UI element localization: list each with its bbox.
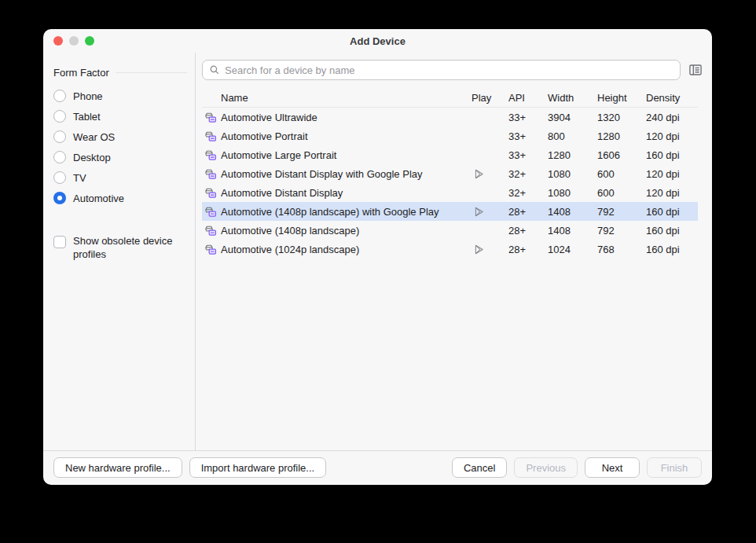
device-name: Automotive Distant Display bbox=[221, 187, 472, 199]
column-header-height[interactable]: Height bbox=[597, 92, 646, 104]
automotive-device-icon bbox=[202, 205, 221, 218]
search-icon bbox=[209, 64, 220, 75]
form-factor-radio-group: PhoneTabletWear OSDesktopTVAutomotive bbox=[53, 86, 195, 208]
device-name: Automotive Ultrawide bbox=[221, 112, 472, 123]
device-api: 33+ bbox=[508, 149, 548, 161]
close-window-button[interactable] bbox=[53, 36, 63, 46]
radio-label: Wear OS bbox=[73, 131, 115, 143]
device-search-input[interactable] bbox=[225, 64, 673, 76]
radio-label: Desktop bbox=[73, 152, 111, 163]
footer-bar: New hardware profile... Import hardware … bbox=[43, 450, 712, 484]
radio-label: Tablet bbox=[73, 111, 101, 123]
table-row[interactable]: Automotive Ultrawide33+39041320240 dpi bbox=[202, 108, 698, 127]
device-width: 1080 bbox=[548, 168, 597, 180]
device-density: 120 dpi bbox=[646, 168, 698, 180]
form-factor-option-desktop[interactable]: Desktop bbox=[53, 147, 195, 167]
new-hardware-profile-button[interactable]: New hardware profile... bbox=[53, 457, 182, 478]
show-obsolete-checkbox-row[interactable]: Show obsolete device profiles bbox=[53, 234, 195, 261]
device-height: 600 bbox=[597, 168, 646, 180]
radio-button-automotive[interactable] bbox=[53, 192, 66, 204]
automotive-device-icon bbox=[202, 186, 221, 199]
table-row[interactable]: Automotive Distant Display with Google P… bbox=[202, 164, 698, 183]
form-factor-option-wear-os[interactable]: Wear OS bbox=[53, 127, 195, 147]
details-pane-icon bbox=[688, 63, 703, 77]
column-header-play[interactable]: Play bbox=[472, 92, 508, 104]
table-header[interactable]: Name Play API Width Height Density bbox=[202, 89, 698, 108]
cancel-button[interactable]: Cancel bbox=[452, 457, 507, 478]
form-factor-option-tablet[interactable]: Tablet bbox=[53, 106, 195, 127]
device-api: 28+ bbox=[508, 244, 548, 255]
radio-button-tv[interactable] bbox=[53, 171, 66, 184]
column-header-name[interactable]: Name bbox=[221, 92, 472, 104]
device-name: Automotive (1024p landscape) bbox=[221, 244, 472, 255]
device-density: 120 dpi bbox=[646, 187, 698, 199]
device-width: 1408 bbox=[548, 206, 597, 218]
device-width: 1408 bbox=[548, 225, 597, 237]
device-width: 1080 bbox=[548, 187, 597, 199]
form-factor-option-tv[interactable]: TV bbox=[53, 167, 195, 188]
device-height: 1320 bbox=[597, 112, 646, 123]
device-width: 3904 bbox=[548, 112, 597, 123]
device-api: 32+ bbox=[508, 168, 548, 180]
table-row[interactable]: Automotive Large Portrait33+12801606160 … bbox=[202, 145, 698, 164]
zoom-window-button[interactable] bbox=[85, 36, 94, 46]
table-row[interactable]: Automotive Portrait33+8001280120 dpi bbox=[202, 127, 698, 145]
finish-button: Finish bbox=[647, 457, 702, 478]
device-density: 120 dpi bbox=[646, 130, 698, 142]
column-header-width[interactable]: Width bbox=[548, 92, 597, 104]
device-search-box[interactable] bbox=[202, 60, 681, 80]
column-header-density[interactable]: Density bbox=[646, 92, 698, 104]
device-height: 1606 bbox=[597, 149, 646, 161]
device-height: 1280 bbox=[597, 130, 646, 142]
table-row[interactable]: Automotive (1024p landscape)28+102476816… bbox=[202, 240, 698, 259]
automotive-device-icon bbox=[202, 167, 221, 180]
device-density: 240 dpi bbox=[646, 112, 698, 123]
device-table: Automotive Ultrawide33+39041320240 dpiAu… bbox=[202, 108, 698, 259]
details-pane-toggle-button[interactable] bbox=[685, 60, 706, 80]
radio-button-phone[interactable] bbox=[53, 90, 66, 102]
device-name: Automotive Portrait bbox=[221, 130, 472, 142]
radio-label: TV bbox=[73, 172, 86, 184]
table-row[interactable]: Automotive Distant Display32+1080600120 … bbox=[202, 183, 698, 202]
show-obsolete-checkbox[interactable] bbox=[53, 236, 66, 248]
table-row[interactable]: Automotive (1408p landscape)28+140879216… bbox=[202, 221, 698, 240]
device-api: 32+ bbox=[508, 187, 548, 199]
form-factor-option-automotive[interactable]: Automotive bbox=[53, 188, 195, 208]
device-density: 160 dpi bbox=[646, 225, 698, 237]
device-api: 33+ bbox=[508, 112, 548, 123]
titlebar[interactable]: Add Device bbox=[43, 29, 712, 53]
import-hardware-profile-button[interactable]: Import hardware profile... bbox=[189, 457, 327, 478]
previous-button: Previous bbox=[514, 457, 578, 478]
radio-button-wear-os[interactable] bbox=[53, 130, 66, 143]
next-button[interactable]: Next bbox=[585, 457, 640, 478]
device-density: 160 dpi bbox=[646, 206, 698, 218]
device-width: 800 bbox=[548, 130, 597, 142]
show-obsolete-label: Show obsolete device profiles bbox=[73, 234, 182, 261]
radio-button-tablet[interactable] bbox=[53, 110, 66, 123]
google-play-icon bbox=[472, 244, 508, 255]
device-name: Automotive (1408p landscape) bbox=[221, 225, 472, 237]
device-name: Automotive Distant Display with Google P… bbox=[221, 168, 472, 180]
automotive-device-icon bbox=[202, 149, 221, 161]
column-header-api[interactable]: API bbox=[508, 92, 548, 104]
google-play-icon bbox=[472, 168, 508, 180]
automotive-device-icon bbox=[202, 130, 221, 142]
device-height: 792 bbox=[597, 225, 646, 237]
radio-label: Automotive bbox=[73, 193, 124, 204]
device-width: 1024 bbox=[548, 244, 597, 255]
automotive-device-icon bbox=[202, 224, 221, 237]
device-name: Automotive (1408p landscape) with Google… bbox=[221, 206, 472, 218]
form-factor-sidebar: Form Factor PhoneTabletWear OSDesktopTVA… bbox=[43, 53, 196, 450]
radio-label: Phone bbox=[73, 90, 103, 102]
device-density: 160 dpi bbox=[646, 149, 698, 161]
device-density: 160 dpi bbox=[646, 244, 698, 255]
device-name: Automotive Large Portrait bbox=[221, 149, 472, 161]
dialog-title: Add Device bbox=[350, 35, 406, 47]
device-api: 28+ bbox=[508, 206, 548, 218]
table-row[interactable]: Automotive (1408p landscape) with Google… bbox=[202, 202, 698, 221]
form-factor-option-phone[interactable]: Phone bbox=[53, 86, 195, 106]
device-height: 600 bbox=[597, 187, 646, 199]
radio-button-desktop[interactable] bbox=[53, 151, 66, 163]
device-width: 1280 bbox=[548, 149, 597, 161]
device-height: 768 bbox=[597, 244, 646, 255]
